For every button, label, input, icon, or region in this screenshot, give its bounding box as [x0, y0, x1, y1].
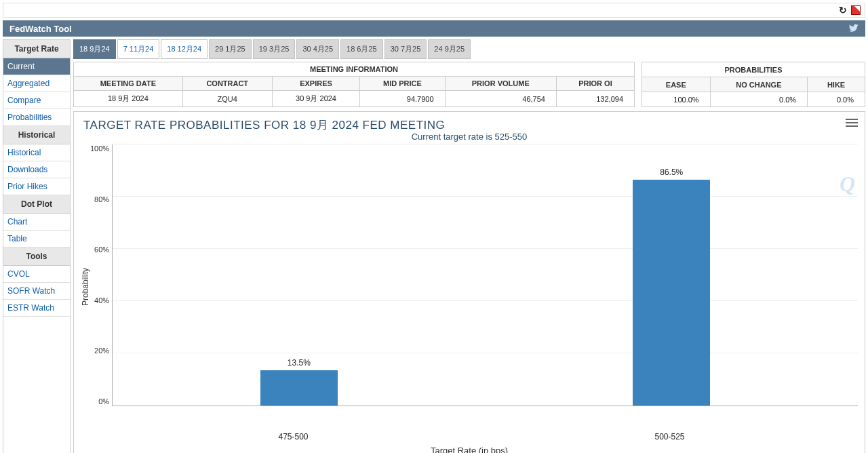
ytick: 0%: [98, 397, 109, 406]
ytick: 100%: [90, 144, 109, 153]
col-ease: EASE: [642, 77, 711, 92]
app-title: FedWatch Tool: [9, 24, 72, 34]
sidebar-item-table[interactable]: Table: [3, 231, 70, 248]
date-tabs: 18 9月24 7 11月24 18 12月24 29 1月25 19 3月25…: [73, 39, 865, 59]
sidebar-item-aggregated[interactable]: Aggregated: [3, 75, 70, 92]
ytick: 80%: [94, 195, 109, 203]
y-axis-ticks: 100% 80% 60% 40% 20% 0%: [90, 144, 112, 406]
col-hike: HIKE: [808, 77, 865, 92]
bar-0-label: 13.5%: [288, 358, 311, 368]
x-axis-label: Target Rate (in bps): [81, 446, 858, 453]
cell-midprice: 94.7900: [360, 91, 445, 107]
sidebar-item-estr[interactable]: ESTR Watch: [3, 300, 70, 317]
twitter-icon[interactable]: [848, 23, 859, 34]
sidebar-header-historical: Historical: [3, 126, 70, 144]
tab-3[interactable]: 29 1月25: [209, 39, 252, 59]
y-axis-label: Probability: [81, 144, 90, 429]
sidebar-item-compare[interactable]: Compare: [3, 92, 70, 109]
ytick: 60%: [94, 245, 109, 254]
meeting-info-title: MEETING INFORMATION: [74, 62, 635, 77]
cell-ease: 100.0%: [642, 92, 711, 107]
tab-6[interactable]: 18 6月25: [340, 39, 383, 59]
chart-title: TARGET RATE PROBABILITIES FOR 18 9月 2024…: [83, 117, 858, 133]
col-meeting-date: MEETING DATE: [74, 77, 183, 91]
cell-contract: ZQU4: [182, 91, 272, 107]
tab-0[interactable]: 18 9月24: [73, 39, 116, 59]
probabilities-title: PROBABILITIES: [642, 62, 865, 77]
plot-grid: Q 13.5% 86.5%: [112, 144, 858, 406]
sidebar-item-sofr[interactable]: SOFR Watch: [3, 283, 70, 300]
meeting-info-table: MEETING INFORMATION MEETING DATE CONTRAC…: [73, 62, 635, 107]
tab-2[interactable]: 18 12月24: [161, 39, 208, 59]
tab-8[interactable]: 24 9月25: [428, 39, 471, 59]
col-prioroi: PRIOR OI: [556, 77, 634, 91]
sidebar: Target Rate Current Aggregated Compare P…: [3, 39, 71, 453]
tab-1[interactable]: 7 11月24: [117, 39, 160, 59]
ytick: 20%: [94, 347, 109, 355]
col-expires: EXPIRES: [272, 77, 360, 91]
cell-hike: 0.0%: [808, 92, 865, 107]
cell-expires: 30 9月 2024: [272, 91, 360, 107]
sidebar-item-downloads[interactable]: Downloads: [3, 161, 70, 178]
x-axis-ticks: 475-500 500-525: [105, 432, 858, 441]
bar-0[interactable]: 13.5%: [150, 358, 448, 406]
sidebar-item-cvol[interactable]: CVOL: [3, 266, 70, 283]
sidebar-item-historical[interactable]: Historical: [3, 144, 70, 161]
bar-1[interactable]: 86.5%: [523, 168, 821, 406]
tab-5[interactable]: 30 4月25: [296, 39, 339, 59]
tab-7[interactable]: 30 7月25: [384, 39, 427, 59]
cell-prioroi: 132,094: [556, 91, 634, 107]
probabilities-table: PROBABILITIES EASE NO CHANGE HIKE 100.0%…: [642, 62, 865, 107]
sidebar-header-dot-plot: Dot Plot: [3, 195, 70, 214]
chart-menu-icon[interactable]: [846, 119, 858, 127]
xtick: 500-525: [654, 432, 684, 441]
cell-nochange: 0.0%: [710, 92, 807, 107]
sidebar-header-tools: Tools: [3, 248, 70, 266]
sidebar-item-chart[interactable]: Chart: [3, 214, 70, 231]
ytick: 40%: [94, 296, 109, 304]
bar-1-label: 86.5%: [660, 168, 683, 177]
chart-subtitle: Current target rate is 525-550: [81, 132, 858, 142]
cell-meeting-date: 18 9月 2024: [74, 91, 183, 107]
sidebar-header-target-rate: Target Rate: [3, 40, 70, 58]
col-contract: CONTRACT: [182, 77, 272, 91]
sidebar-item-prior-hikes[interactable]: Prior Hikes: [3, 178, 70, 195]
pdf-icon[interactable]: [851, 5, 861, 15]
cell-priorvol: 46,754: [445, 91, 556, 107]
refresh-icon[interactable]: ↻: [839, 5, 847, 16]
sidebar-item-current[interactable]: Current: [3, 58, 70, 75]
xtick: 475-500: [278, 432, 308, 441]
tab-4[interactable]: 19 3月25: [253, 39, 296, 59]
col-nochange: NO CHANGE: [710, 77, 807, 92]
chart-area: TARGET RATE PROBABILITIES FOR 18 9月 2024…: [73, 111, 865, 453]
sidebar-item-probabilities[interactable]: Probabilities: [3, 109, 70, 126]
col-midprice: MID PRICE: [360, 77, 445, 91]
col-priorvol: PRIOR VOLUME: [445, 77, 556, 91]
